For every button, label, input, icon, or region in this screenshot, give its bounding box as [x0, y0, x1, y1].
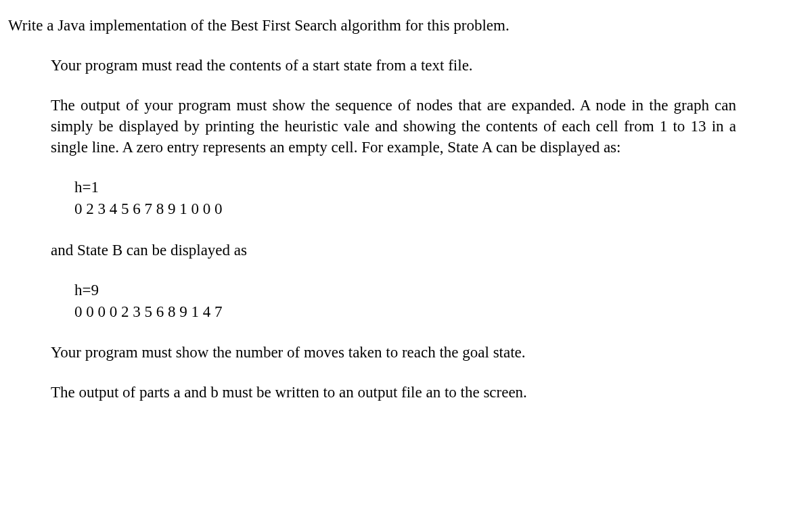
state-b-h: h=9 — [74, 280, 804, 301]
paragraph-1: Your program must read the contents of a… — [51, 55, 736, 76]
title-text: Write a Java implementation of the Best … — [8, 15, 804, 36]
paragraph-4: Your program must show the number of mov… — [51, 342, 736, 363]
state-a-h: h=1 — [74, 177, 804, 198]
state-a-cells: 0 2 3 4 5 6 7 8 9 1 0 0 0 — [74, 198, 804, 220]
state-a-block: h=1 0 2 3 4 5 6 7 8 9 1 0 0 0 — [74, 177, 804, 220]
paragraph-2: The output of your program must show the… — [51, 95, 736, 158]
state-b-block: h=9 0 0 0 0 2 3 5 6 8 9 1 4 7 — [74, 280, 804, 323]
paragraph-5: The output of parts a and b must be writ… — [51, 382, 736, 403]
state-b-cells: 0 0 0 0 2 3 5 6 8 9 1 4 7 — [74, 301, 804, 323]
paragraph-3: and State B can be displayed as — [51, 240, 736, 261]
